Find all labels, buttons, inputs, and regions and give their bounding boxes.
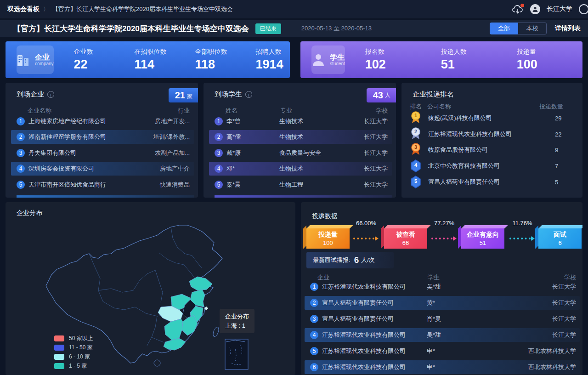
tooltip-title: 企业分布 — [225, 312, 249, 321]
student-card-sublabel: student — [330, 61, 345, 66]
funnel-arrow — [509, 236, 535, 241]
map-tooltip: 企业分布 上海 : 1 — [220, 309, 254, 333]
stat-open-positions: 在招职位数114 — [135, 48, 195, 72]
table-row: 5 秦*晨 生物工程 长江大学 — [209, 178, 392, 192]
table-row: 5 天津市南开区倍知优食品商行 快速消费品 — [11, 178, 194, 192]
student-card-label: 学生 — [330, 53, 345, 62]
funnel-stage-interested: 企业有意向51 — [461, 228, 504, 249]
stat-signup-count: 报名数102 — [365, 48, 441, 72]
funnel-arrow — [353, 236, 379, 241]
rank-4-hexagon-icon: 4 — [410, 159, 422, 173]
page-title: 【官方】长江大学生命科学学院2020届本科生毕业生专场空中双选会 — [13, 23, 249, 34]
col-major: 专业 — [280, 107, 292, 115]
info-icon[interactable] — [245, 91, 252, 98]
funnel-stage-delivered: 投递量100 — [306, 228, 350, 249]
funnel-stage-viewed: 被查看66 — [384, 228, 427, 249]
company-stat-card: 企业 company 企业数22 在招职位数114 全部职位数118 招聘人数1… — [6, 41, 290, 78]
table-row: 1 猿起(武汉)科技有限公司 29 — [401, 110, 582, 126]
breadcrumb-root[interactable]: 双选会看板 — [7, 5, 40, 13]
table-row: 1 上海链家房地产经纪有限公司 房地产开发... — [11, 114, 194, 128]
taiwan-outline — [212, 326, 220, 337]
toggle-school-button[interactable]: 本校 — [518, 23, 547, 34]
legend-item: 1 - 5 家 — [54, 361, 93, 370]
table-row: 3 丹夫集团有限公司 农副产品加... — [11, 146, 194, 160]
funnel-stage-interview: 面试6 — [538, 228, 582, 249]
stat-all-positions: 全部职位数118 — [195, 48, 256, 72]
legend-swatch — [54, 345, 64, 351]
date-range: 2020-05-13 至 2020-05-13 — [301, 24, 372, 33]
south-china-sea-inset — [225, 339, 248, 369]
table-row: 4 邓* 生物技术 长江大学 — [209, 162, 392, 176]
funnel-rate: 11.76% — [509, 220, 536, 227]
companies-count-badge: 21家 — [169, 88, 198, 102]
table-row: 6 江苏裕灌现代农业科技有限公司 申* 西北农林科技大学 — [305, 360, 580, 374]
help-icon[interactable] — [579, 4, 588, 14]
legend-item: 6 - 10 家 — [54, 352, 93, 361]
col-rank-company: 公司名称 — [427, 102, 451, 111]
company-icon-box: 企业 company — [17, 45, 54, 74]
scrolling-row-hint — [17, 195, 194, 198]
avatar[interactable] — [530, 4, 540, 14]
company-ranking-title: 企业投递排名 — [413, 90, 454, 99]
table-row: 3 戴*康 食品质量与安全 长江大学 — [209, 146, 392, 160]
students-count-badge: 43人 — [367, 88, 396, 102]
table-row: 2 湖南新佳程留学服务有限公司 培训/课外教... — [11, 130, 194, 144]
legend-swatch — [54, 354, 64, 360]
table-row: 1 江苏裕灌现代农业科技有限公司 吴*甜 长江大学 — [305, 280, 580, 294]
rank-5-hexagon-icon: 5 — [410, 175, 422, 189]
legend-item: 50 家以上 — [54, 334, 93, 343]
table-row: 2 江苏裕灌现代农业科技有限公司 22 — [401, 126, 582, 142]
attending-companies-panel: 到场企业 21家 企业名称 行业 1 上海链家房地产经纪有限公司 房地产开发..… — [6, 83, 198, 198]
table-row: 2 宜昌人福药业有限责任公司 黄* 长江大学 — [305, 296, 580, 310]
col-delivery-count: 投递数量 — [539, 102, 563, 111]
legend-swatch — [54, 363, 64, 369]
dashboard-page: 双选会看板 〉 【官方】长江大学生命科学学院2020届本科生毕业生专场空中双选会… — [0, 0, 588, 375]
scope-toggle: 全部 本校 — [490, 23, 547, 34]
table-row: 3 宜昌人福药业有限责任公司 肖*灵 长江大学 — [305, 312, 580, 326]
breadcrumb-separator: 〉 — [43, 6, 49, 13]
map-legend: 50 家以上 11 - 50 家 6 - 10 家 1 - 5 家 — [54, 334, 93, 370]
col-school: 学校 — [376, 107, 388, 115]
table-row: 5 宜昌人福药业有限责任公司 5 — [401, 174, 582, 190]
table-row: 4 深圳房客会投资有限公司 房地产中介 — [11, 162, 194, 176]
stat-delivery-count: 投递量100 — [517, 48, 588, 72]
funnel-rate: 66.00% — [352, 220, 380, 227]
interview-broadcast: 最新面试播报: 6 人/次 — [306, 252, 394, 268]
scrolling-row-hint — [215, 195, 392, 198]
col-student-name: 姓名 — [226, 107, 237, 115]
company-ranking-panel: 企业投递排名 排名 公司名称 投递数量 1 猿起(武汉)科技有限公司 29 2 … — [401, 83, 582, 198]
bronze-medal-icon: 3 — [410, 143, 422, 157]
delivery-data-panel: 投递数据 投递量100 66.00% 被查看66 77.27% 企业有意向51 … — [301, 202, 582, 375]
hainan-outline — [154, 360, 160, 366]
status-badge: 已结束 — [255, 23, 281, 34]
table-row: 2 高*儒 生物技术 长江大学 — [209, 130, 392, 144]
company-card-sublabel: company — [35, 61, 54, 66]
table-row: 4 江苏裕灌现代农业科技有限公司 吴*甜 长江大学 — [305, 328, 580, 342]
top-bar: 双选会看板 〉 【官方】长江大学生命科学学院2020届本科生毕业生专场空中双选会… — [0, 0, 588, 18]
info-icon[interactable] — [47, 91, 54, 98]
gold-medal-icon: 1 — [410, 111, 422, 125]
user-name[interactable]: 长江大学 — [547, 5, 572, 13]
col-rank: 排名 — [410, 102, 422, 111]
stat-company-count: 企业数22 — [74, 48, 135, 72]
silver-medal-icon: 2 — [410, 127, 422, 141]
buildings-icon — [17, 52, 30, 67]
stat-applicant-count: 投递人数51 — [441, 48, 517, 72]
funnel-arrow — [431, 236, 457, 241]
fair-header: 【官方】长江大学生命科学学院2020届本科生毕业生专场空中双选会 已结束 202… — [0, 20, 588, 37]
company-card-label: 企业 — [35, 53, 54, 62]
breadcrumb-page: 【官方】长江大学生命科学学院2020届本科生毕业生专场空中双选会 — [52, 5, 233, 13]
student-icon-box: 学生 student — [311, 45, 345, 74]
delivery-title: 投递数据 — [312, 212, 338, 221]
toggle-all-button[interactable]: 全部 — [490, 23, 518, 34]
cloud-download-icon[interactable] — [512, 4, 524, 14]
table-row: 5 江苏裕灌现代农业科技有限公司 申* 西北农林科技大学 — [305, 344, 580, 358]
student-stat-card: 学生 student 报名数102 投递人数51 投递量100 — [300, 41, 582, 78]
attending-students-title: 到场学生 — [215, 90, 242, 99]
legend-item: 11 - 50 家 — [54, 343, 93, 352]
legend-swatch — [54, 335, 64, 341]
table-row: 1 李*曾 生物技术 长江大学 — [209, 114, 392, 128]
detail-list-link[interactable]: 详情列表 — [555, 24, 581, 33]
table-row: 4 北京中公教育科技有限公司 7 — [401, 158, 582, 174]
person-icon — [311, 52, 325, 67]
